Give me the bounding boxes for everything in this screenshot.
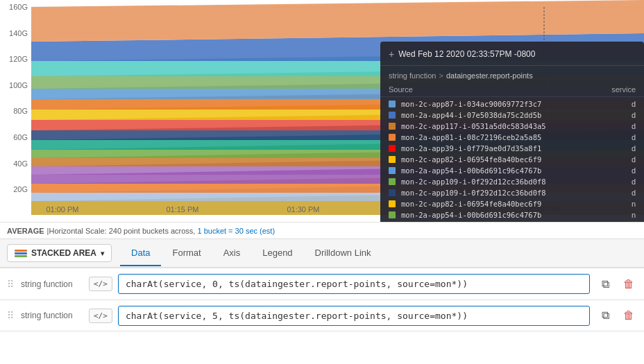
svg-text:01:30 PM: 01:30 PM [287, 205, 319, 214]
row-swatch [389, 156, 396, 163]
bucket-link[interactable]: 1 bucket = 30 sec (est) [197, 227, 275, 235]
tab-data[interactable]: Data [120, 241, 161, 266]
row-source: mon-2c-app82-i-06954fe8a40bec6f9 [401, 200, 618, 208]
col-header-service: service [601, 85, 636, 94]
drag-handle[interactable]: ⠿ [6, 279, 15, 290]
tooltip-row: mon-2c-app109-i-0f292d12cc36bd0f8 d [380, 187, 644, 198]
tab-legend[interactable]: Legend [251, 241, 303, 266]
chart-type-label: STACKED AREA [31, 248, 96, 258]
svg-text:160G: 160G [9, 3, 28, 11]
query-input[interactable] [118, 274, 590, 294]
toolbar: STACKED AREA ▾ DataFormatAxisLegendDrill… [0, 239, 644, 268]
copy-button[interactable]: ⧉ [595, 275, 615, 294]
svg-text:80G: 80G [13, 107, 28, 115]
row-source: mon-2c-app109-i-0f292d12cc36bd0f8 [401, 177, 618, 186]
average-bar: AVERAGE | Horizontal Scale: 240 point bu… [0, 222, 644, 239]
crosshair-icon: + [389, 49, 394, 60]
chart-type-button[interactable]: STACKED AREA ▾ [7, 244, 112, 262]
row-source: mon-2a-app81-i-08c72196ceb2a5a85 [401, 133, 618, 141]
row-source: mon-2a-app54-i-00b6d691c96c4767b [401, 211, 618, 219]
tooltip-timestamp: Wed Feb 12 2020 02:33:57PM -0800 [398, 49, 535, 59]
svg-text:01:15 PM: 01:15 PM [166, 205, 198, 214]
query-actions: ⧉ 🗑 [595, 275, 638, 294]
row-swatch [389, 123, 396, 130]
row-value: n [623, 200, 636, 208]
tooltip-row: mon-2c-app82-i-06954fe8a40bec6f9 n [380, 198, 644, 209]
row-swatch [389, 145, 396, 152]
chart-area: 160G 140G 120G 100G 80G 60G 40G 20G [0, 0, 644, 222]
row-swatch [389, 134, 396, 141]
row-source: mon-2c-app117-i-0531a5d0c583d43a5 [401, 122, 618, 130]
tab-drilldown-link[interactable]: Drilldown Link [304, 241, 382, 266]
row-swatch [389, 112, 396, 119]
copy-button[interactable]: ⧉ [595, 306, 615, 325]
row-value: d [623, 122, 636, 130]
row-value: d [623, 111, 636, 119]
svg-text:140G: 140G [9, 29, 28, 37]
delete-button[interactable]: 🗑 [619, 275, 638, 294]
query-row-2: ⠿ string function </> ⧉ 🗑 [0, 300, 644, 331]
query-label: string function [21, 279, 83, 289]
tooltip-row: mon-2a-app54-i-00b6d691c96c4767b n [380, 209, 644, 220]
row-value: d [623, 177, 636, 186]
tooltip-row: mon-2c-app82-i-06954fe8a40bec6f9 d [380, 154, 644, 165]
row-source: mon-2a-app39-i-0f779ae0d7d35a8f1 [401, 144, 618, 153]
query-input[interactable] [118, 306, 590, 326]
tab-format[interactable]: Format [161, 241, 212, 266]
query-row-1: ⠿ string function </> ⧉ 🗑 [0, 268, 644, 300]
average-label: AVERAGE [7, 227, 44, 235]
drag-handle[interactable]: ⠿ [6, 310, 15, 321]
row-source: mon-2c-app87-i-034ac90069772f3c7 [401, 100, 618, 108]
code-toggle-button[interactable]: </> [89, 277, 112, 291]
svg-text:40G: 40G [13, 159, 28, 168]
svg-text:100G: 100G [9, 81, 28, 89]
tooltip-row: mon-2c-app87-i-034ac90069772f3c7 d [380, 98, 644, 110]
query-actions: ⧉ 🗑 [595, 306, 638, 325]
tooltip-row: mon-2a-app39-i-0f779ae0d7d35a8f1 n [380, 220, 644, 222]
row-swatch [389, 101, 396, 107]
scale-text: Horizontal Scale: 240 point buckets acro… [49, 227, 195, 235]
row-swatch [389, 211, 396, 218]
tooltip-row: mon-2a-app81-i-08c72196ceb2a5a85 d [380, 132, 644, 143]
row-swatch [389, 200, 396, 207]
svg-text:120G: 120G [9, 55, 28, 63]
row-value: d [623, 100, 636, 108]
toolbar-tabs: DataFormatAxisLegendDrilldown Link [120, 241, 637, 266]
chevron-down-icon: ▾ [101, 250, 104, 257]
tooltip-rows: mon-2c-app87-i-034ac90069772f3c7 d mon-2… [380, 98, 644, 222]
tooltip-dest: dataingester.report-points [446, 71, 533, 80]
query-label: string function [21, 311, 83, 320]
tab-axis[interactable]: Axis [212, 241, 252, 266]
row-value: d [623, 144, 636, 153]
app-container: 160G 140G 120G 100G 80G 60G 40G 20G [0, 0, 644, 364]
row-swatch [389, 189, 396, 196]
row-swatch [389, 178, 396, 185]
row-value: d [623, 155, 636, 164]
svg-text:01:00 PM: 01:00 PM [46, 205, 78, 214]
row-value: d [623, 133, 636, 141]
row-value: d [623, 189, 636, 197]
tooltip-row: mon-2a-app54-i-00b6d691c96c4767b d [380, 165, 644, 176]
col-header-source: Source [389, 85, 601, 94]
code-toggle-button[interactable]: </> [89, 309, 112, 323]
row-source: mon-2a-app54-i-00b6d691c96c4767b [401, 166, 618, 175]
svg-text:60G: 60G [13, 133, 28, 141]
tooltip-row: mon-2c-app117-i-0531a5d0c583d43a5 d [380, 121, 644, 132]
tooltip-row: mon-2a-app44-i-07e5038da75c2dd5b d [380, 110, 644, 121]
row-value: d [623, 166, 636, 175]
row-source: mon-2c-app82-i-06954fe8a40bec6f9 [401, 155, 618, 164]
stacked-area-icon [15, 250, 27, 257]
delete-button[interactable]: 🗑 [619, 306, 638, 325]
row-swatch [389, 167, 396, 174]
svg-text:20G: 20G [13, 185, 28, 193]
row-source: mon-2c-app109-i-0f292d12cc36bd0f8 [401, 189, 618, 197]
tooltip-row: mon-2a-app39-i-0f779ae0d7d35a8f1 d [380, 143, 644, 154]
row-value: n [623, 211, 636, 219]
tooltip-source-label: string function [389, 71, 436, 80]
row-source: mon-2a-app44-i-07e5038da75c2dd5b [401, 111, 618, 119]
query-list: ⠿ string function </> ⧉ 🗑 ⠿ string funct… [0, 268, 644, 331]
chart-tooltip: + Wed Feb 12 2020 02:33:57PM -0800 strin… [380, 42, 644, 222]
tooltip-arrow: > [439, 71, 443, 80]
tooltip-row: mon-2c-app109-i-0f292d12cc36bd0f8 d [380, 176, 644, 187]
